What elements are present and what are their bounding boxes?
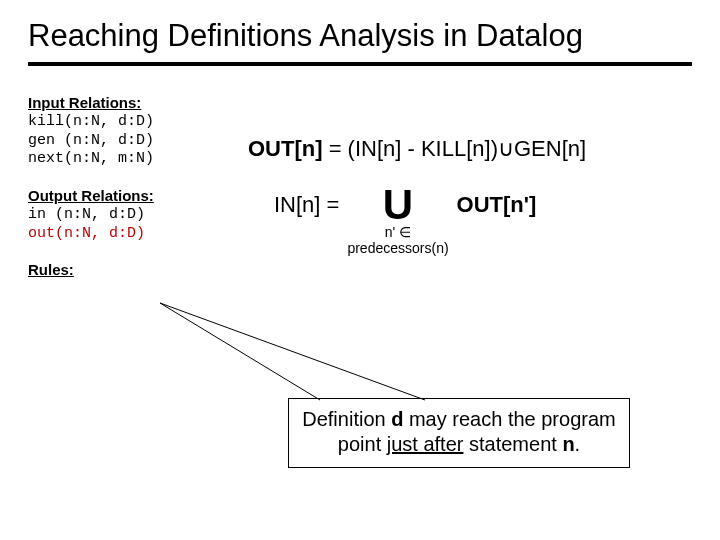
definition-note: Definition d may reach the program point… — [288, 398, 630, 468]
output-relations-heading: Output Relations: — [28, 187, 228, 206]
right-column: OUT[n] = (IN[n] - KILL[n]) ∪ GEN[n] IN[n… — [228, 94, 692, 256]
eq1-equals: = — [323, 136, 348, 161]
slide: Reaching Definitions Analysis in Datalog… — [0, 0, 720, 540]
content-columns: Input Relations: kill(n:N, d:D) gen (n:N… — [28, 94, 692, 298]
big-union-block: U n' ∈ predecessors(n) — [347, 186, 448, 256]
equation-out: OUT[n] = (IN[n] - KILL[n]) ∪ GEN[n] — [248, 136, 692, 162]
title-underline — [28, 62, 692, 66]
eq2-rhs: OUT[n'] — [457, 186, 537, 218]
note-pre: Definition — [302, 408, 391, 430]
eq1-rhs1: (IN[n] - KILL[n]) — [348, 136, 498, 161]
left-column: Input Relations: kill(n:N, d:D) gen (n:N… — [28, 94, 228, 298]
note-post1: statement — [463, 433, 562, 455]
equation-in: IN[n] = U n' ∈ predecessors(n) OUT[n'] — [248, 186, 692, 256]
note-post2: . — [575, 433, 581, 455]
input-relations-code: kill(n:N, d:D) gen (n:N, d:D) next(n:N, … — [28, 113, 228, 169]
svg-line-1 — [160, 303, 425, 400]
eq1-rhs2: GEN[n] — [514, 136, 586, 161]
eq2-lhs: IN[n] = — [248, 186, 339, 218]
note-d: d — [391, 408, 403, 430]
eq1-lhs: OUT[n] — [248, 136, 323, 161]
big-union-icon: U — [383, 186, 413, 224]
input-relations-heading: Input Relations: — [28, 94, 228, 113]
union-icon: ∪ — [498, 136, 514, 162]
big-union-sub2: predecessors(n) — [347, 240, 448, 256]
note-n: n — [562, 433, 574, 455]
svg-line-0 — [160, 303, 320, 400]
output-in: in (n:N, d:D) — [28, 206, 228, 225]
rules-block: Rules: — [28, 261, 228, 280]
output-out: out(n:N, d:D) — [28, 225, 228, 244]
output-relations-block: Output Relations: in (n:N, d:D) out(n:N,… — [28, 187, 228, 243]
rules-heading: Rules: — [28, 261, 228, 280]
note-after: just after — [387, 433, 464, 455]
page-title: Reaching Definitions Analysis in Datalog — [28, 18, 692, 54]
input-relations-block: Input Relations: kill(n:N, d:D) gen (n:N… — [28, 94, 228, 169]
big-union-sub1: n' ∈ — [385, 224, 411, 240]
